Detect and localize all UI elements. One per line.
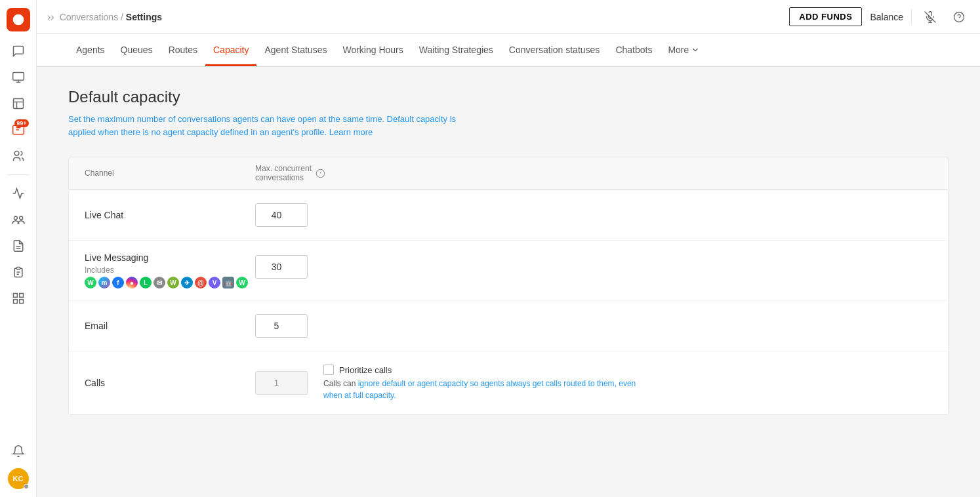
svg-rect-2: [13, 99, 23, 109]
page-content: Default capacity Set the maximum number …: [37, 67, 980, 497]
sidebar-item-analytics[interactable]: [7, 182, 30, 205]
sidebar-item-team[interactable]: [7, 208, 30, 231]
svg-rect-1: [12, 73, 24, 81]
breadcrumb-conversations[interactable]: Conversations: [60, 12, 119, 22]
page-description: Set the maximum number of conversations …: [68, 113, 475, 138]
tab-capacity[interactable]: Capacity: [205, 34, 256, 66]
tab-more[interactable]: More: [660, 34, 708, 66]
sidebar-item-conversations[interactable]: [7, 39, 30, 63]
tab-chatbots[interactable]: Chatbots: [607, 34, 660, 66]
channel-row-live-messaging: Live Messaging Includes W m f ●: [69, 241, 948, 301]
svg-rect-13: [13, 300, 17, 304]
topbar: ›› Conversations / Settings ADD FUNDS Ba…: [37, 0, 980, 34]
app-logo[interactable]: [7, 8, 30, 31]
tab-agent-statuses[interactable]: Agent Statuses: [256, 34, 335, 66]
prioritize-calls-row: Prioritize calls: [323, 365, 638, 375]
tab-working-hours[interactable]: Working Hours: [335, 34, 411, 66]
channel-row-email: Email: [69, 301, 948, 351]
tab-queues[interactable]: Queues: [113, 34, 161, 66]
email-icon-messaging: @: [195, 277, 207, 288]
svg-point-17: [954, 12, 964, 22]
breadcrumb: Conversations / Settings: [60, 12, 162, 22]
notifications-icon[interactable]: [7, 439, 30, 463]
calls-info: Prioritize calls Calls can ignore defaul…: [323, 365, 638, 401]
topbar-divider: [911, 9, 912, 25]
sidebar-divider-1: [8, 174, 29, 175]
messaging-icons: W m f ● L ✉ W: [85, 277, 255, 288]
prioritize-calls-label: Prioritize calls: [339, 365, 392, 375]
instagram-icon: ●: [126, 277, 138, 288]
capacity-input-email[interactable]: [255, 314, 308, 338]
page-description-container: Set the maximum number of conversations …: [68, 113, 527, 138]
bot-icon: 🤖: [222, 277, 234, 288]
tab-waiting-strategies[interactable]: Waiting Strategies: [411, 34, 501, 66]
mute-icon[interactable]: [920, 7, 941, 28]
topbar-right: ADD FUNDS Balance: [789, 7, 970, 28]
capacity-input-live-messaging[interactable]: [255, 255, 308, 279]
svg-point-4: [14, 151, 19, 156]
sidebar-item-audit[interactable]: [7, 260, 30, 284]
svg-point-0: [12, 14, 24, 26]
main-area: ›› Conversations / Settings ADD FUNDS Ba…: [37, 0, 980, 497]
svg-point-6: [14, 216, 17, 220]
help-icon[interactable]: [949, 7, 970, 28]
sms-icon: ✉: [153, 277, 165, 288]
prioritize-calls-desc: Calls can ignore default or agent capaci…: [323, 378, 638, 401]
channel-row-live-chat: Live Chat: [69, 190, 948, 241]
channel-name-live-chat: Live Chat: [85, 210, 255, 220]
svg-rect-11: [19, 294, 23, 298]
svg-point-5: [19, 216, 22, 220]
tab-conversation-statuses[interactable]: Conversation statuses: [501, 34, 608, 66]
sidebar-item-reports[interactable]: [7, 234, 30, 258]
whatsapp-icon: W: [85, 277, 96, 288]
tab-routes[interactable]: Routes: [161, 34, 205, 66]
sidebar-item-settings[interactable]: 99+: [7, 118, 30, 142]
svg-rect-9: [16, 268, 20, 269]
col-channel-header: Channel: [85, 169, 255, 178]
channel-name-calls: Calls: [85, 378, 255, 388]
sidebar-item-inbox[interactable]: [7, 66, 30, 89]
balance-label: Balance: [870, 12, 903, 22]
breadcrumb-separator: /: [121, 12, 123, 22]
facebook-icon: f: [112, 277, 124, 288]
capacity-input-calls[interactable]: [255, 371, 308, 395]
nav-tabs: Agents Queues Routes Capacity Agent Stat…: [37, 34, 980, 67]
svg-rect-10: [13, 294, 17, 298]
sidebar-item-tickets[interactable]: [7, 92, 30, 115]
sidebar-badge: 99+: [14, 119, 28, 127]
add-funds-button[interactable]: ADD FUNDS: [789, 7, 862, 26]
sidebar-item-contacts[interactable]: [7, 144, 30, 168]
viber-icon: V: [209, 277, 220, 288]
learn-more-link[interactable]: Learn more: [329, 127, 373, 137]
channel-table: Live Chat Live Messaging Includes W m: [68, 189, 949, 415]
telegram-icon: ✈: [181, 277, 193, 288]
svg-rect-12: [19, 300, 23, 304]
whatsapp2-icon: W: [236, 277, 248, 288]
table-header: Channel Max. concurrent conversations: [68, 157, 949, 189]
wechat-icon: W: [167, 277, 179, 288]
page-description-text: Set the maximum number of conversations …: [68, 114, 456, 137]
channel-row-calls: Calls Prioritize calls Calls can ignore …: [69, 351, 948, 414]
topbar-chevron-icon[interactable]: ››: [47, 11, 54, 23]
channel-name-live-messaging: Live Messaging Includes W m f ●: [85, 252, 255, 288]
line-icon: L: [140, 277, 152, 288]
prioritize-calls-checkbox[interactable]: [323, 365, 334, 375]
page-title: Default capacity: [68, 88, 949, 106]
breadcrumb-settings: Settings: [126, 12, 162, 22]
sidebar-item-apps[interactable]: [7, 287, 30, 310]
sidebar: 99+ KC: [0, 0, 37, 497]
sidebar-bottom: KC: [7, 439, 30, 489]
capacity-input-live-chat[interactable]: [255, 203, 308, 227]
avatar-status-dot: [24, 484, 29, 489]
col-max-header: Max. concurrent conversations: [255, 164, 325, 182]
tab-agents[interactable]: Agents: [68, 34, 113, 66]
channel-name-email: Email: [85, 321, 255, 331]
user-avatar[interactable]: KC: [8, 468, 29, 489]
messenger-icon: m: [98, 277, 110, 288]
